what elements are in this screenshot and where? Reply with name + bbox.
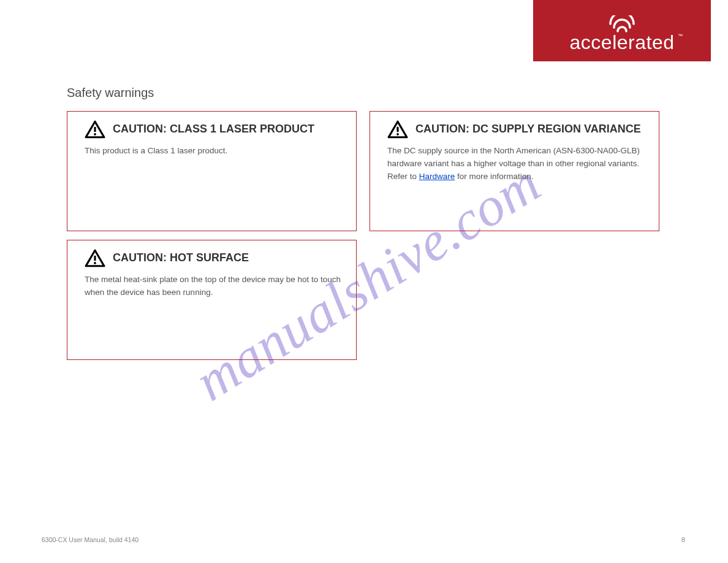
brand-logo-block: accelerated ™ <box>533 0 711 61</box>
brand-tm: ™ <box>678 34 683 39</box>
svg-point-1 <box>94 133 96 136</box>
caution-box-hot-surface: CAUTION: HOT SURFACE The metal heat-sink… <box>67 240 357 360</box>
caution-heading: CAUTION: CLASS 1 LASER PRODUCT <box>85 120 344 139</box>
caution-heading: CAUTION: HOT SURFACE <box>85 249 344 267</box>
brand-wordmark: accelerated ™ <box>570 33 675 52</box>
caution-heading-text: CAUTION: HOT SURFACE <box>113 250 249 267</box>
caution-box-class1: CAUTION: CLASS 1 LASER PRODUCT This prod… <box>67 111 357 231</box>
warning-triangle-icon <box>85 120 105 139</box>
caution-heading-text: CAUTION: CLASS 1 LASER PRODUCT <box>113 121 314 138</box>
hardware-link[interactable]: Hardware <box>419 172 455 181</box>
caution-heading: CAUTION: DC SUPPLY REGION VARIANCE <box>387 120 646 139</box>
caution-body: The metal heat-sink plate on the top of … <box>85 274 344 299</box>
svg-rect-0 <box>94 127 96 132</box>
warning-triangle-icon <box>387 120 408 139</box>
caution-heading-text: CAUTION: DC SUPPLY REGION VARIANCE <box>415 121 641 138</box>
footer-page-number: 8 <box>681 536 685 543</box>
brand-logo: accelerated ™ <box>570 9 675 52</box>
svg-rect-2 <box>396 127 398 132</box>
caution-body: The DC supply source in the North Americ… <box>387 145 646 183</box>
svg-point-3 <box>396 133 399 136</box>
caution-body: This product is a Class 1 laser product. <box>85 145 344 158</box>
footer-doc-id: 6300-CX User Manual, build 4140 <box>42 536 138 543</box>
caution-box-dc-supply: CAUTION: DC SUPPLY REGION VARIANCE The D… <box>370 111 659 231</box>
caution-body-suffix: for more information. <box>455 172 533 181</box>
page-title: Safety warnings <box>67 86 154 100</box>
brand-name-text: accelerated <box>570 31 675 53</box>
warning-triangle-icon <box>85 249 105 267</box>
svg-rect-4 <box>94 256 96 261</box>
svg-point-5 <box>94 262 96 264</box>
